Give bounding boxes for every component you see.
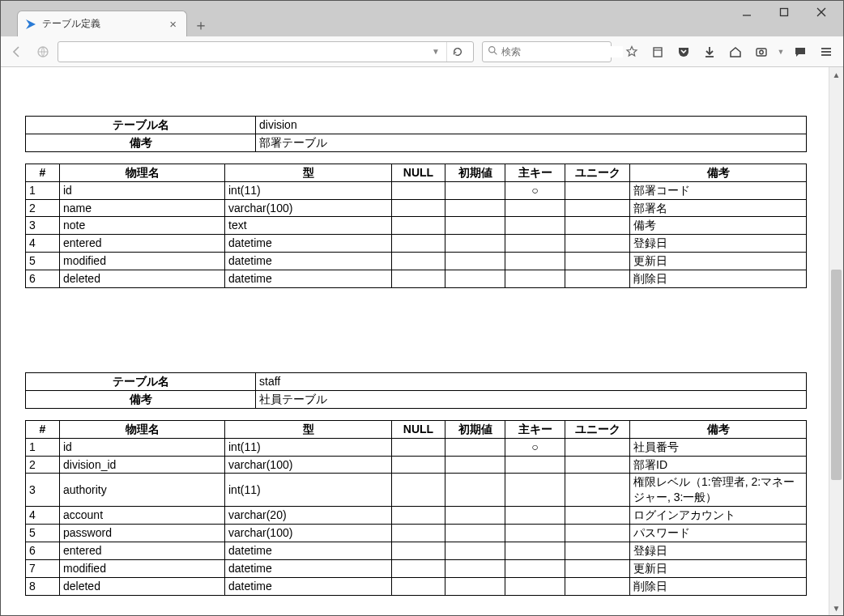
col-header-phys: 物理名 bbox=[60, 420, 225, 438]
label-table-name: テーブル名 bbox=[26, 373, 256, 391]
cell-note: 部署名 bbox=[630, 199, 807, 217]
cell-pk: ○ bbox=[505, 181, 565, 199]
col-header-note: 備考 bbox=[630, 420, 807, 438]
url-bar[interactable]: ▼ bbox=[58, 41, 474, 62]
menu-icon[interactable] bbox=[814, 40, 838, 63]
cell-null bbox=[392, 253, 445, 270]
cell-uniq bbox=[565, 507, 630, 525]
titlebar: テーブル定義 × ＋ bbox=[1, 1, 843, 36]
cell-def bbox=[445, 525, 505, 542]
library-icon[interactable] bbox=[646, 40, 670, 63]
search-input[interactable] bbox=[501, 46, 623, 57]
table-row: 6deleteddatetime削除日 bbox=[26, 270, 807, 288]
table-header: テーブル名staff備考社員テーブル bbox=[25, 372, 807, 409]
cell-n: 3 bbox=[26, 217, 60, 235]
cell-pk bbox=[505, 199, 565, 217]
cell-pk bbox=[505, 253, 565, 270]
cell-pk bbox=[505, 507, 565, 525]
table-row: 5modifieddatetime更新日 bbox=[26, 253, 807, 270]
table-row: 5passwordvarchar(100)パスワード bbox=[26, 525, 807, 542]
table-row: 4accountvarchar(20)ログインアカウント bbox=[26, 507, 807, 525]
cell-null bbox=[392, 542, 445, 560]
svg-point-12 bbox=[760, 50, 763, 53]
new-tab-button[interactable]: ＋ bbox=[194, 15, 208, 35]
cell-phys: id bbox=[60, 181, 225, 199]
cell-null bbox=[392, 181, 445, 199]
cell-note: 削除日 bbox=[630, 270, 807, 288]
cell-note: 部署ID bbox=[630, 456, 807, 474]
col-header-def: 初期値 bbox=[445, 164, 505, 181]
vertical-scrollbar[interactable]: ▲ ▼ bbox=[829, 67, 843, 615]
cell-note: ログインアカウント bbox=[630, 507, 807, 525]
chat-icon[interactable] bbox=[788, 40, 812, 63]
url-dropdown-icon[interactable]: ▼ bbox=[428, 47, 443, 56]
cell-type: datetime bbox=[225, 270, 392, 288]
cell-null bbox=[392, 235, 445, 253]
tab-close-icon[interactable]: × bbox=[166, 17, 180, 31]
downloads-icon[interactable] bbox=[697, 40, 722, 63]
cell-null bbox=[392, 474, 445, 507]
cell-n: 6 bbox=[26, 542, 60, 560]
label-remarks: 備考 bbox=[26, 390, 256, 408]
cell-null bbox=[392, 217, 445, 235]
maximize-button[interactable] bbox=[765, 1, 803, 23]
col-header-phys: 物理名 bbox=[60, 164, 225, 181]
col-header-pk: 主キー bbox=[505, 164, 565, 181]
cell-phys: authority bbox=[60, 474, 225, 507]
cell-note: 更新日 bbox=[630, 253, 807, 270]
screenshot-dropdown-icon[interactable]: ▼ bbox=[775, 40, 786, 63]
cell-type: datetime bbox=[225, 577, 392, 595]
cell-phys: modified bbox=[60, 559, 225, 577]
toolbar: ▼ bbox=[620, 40, 838, 63]
cell-type: varchar(100) bbox=[225, 199, 392, 217]
svg-rect-8 bbox=[654, 48, 662, 57]
cell-note: パスワード bbox=[630, 525, 807, 542]
cell-pk bbox=[505, 559, 565, 577]
col-header-note: 備考 bbox=[630, 164, 807, 181]
table-row: 8deleteddatetime削除日 bbox=[26, 577, 807, 595]
cell-type: datetime bbox=[225, 542, 392, 560]
minimize-button[interactable] bbox=[728, 1, 765, 23]
col-header-null: NULL bbox=[392, 164, 445, 181]
home-icon[interactable] bbox=[723, 40, 748, 63]
cell-pk bbox=[505, 235, 565, 253]
browser-tab[interactable]: テーブル定義 × bbox=[17, 11, 187, 36]
cell-uniq bbox=[565, 270, 630, 288]
table-row: 1idint(11)○社員番号 bbox=[26, 438, 807, 456]
cell-def bbox=[445, 438, 505, 456]
cell-phys: entered bbox=[60, 235, 225, 253]
columns-table: #物理名型NULL初期値主キーユニーク備考1idint(11)○社員番号2div… bbox=[25, 420, 807, 596]
navbar: ▼ bbox=[1, 36, 843, 67]
reload-button[interactable] bbox=[446, 42, 468, 62]
cell-phys: modified bbox=[60, 253, 225, 270]
page-favicon bbox=[24, 18, 37, 31]
search-icon bbox=[488, 45, 498, 58]
close-button[interactable] bbox=[803, 1, 840, 23]
cell-phys: name bbox=[60, 199, 225, 217]
cell-null bbox=[392, 525, 445, 542]
screenshot-icon[interactable] bbox=[749, 40, 774, 63]
col-header-uniq: ユニーク bbox=[565, 164, 630, 181]
pocket-icon[interactable] bbox=[671, 40, 696, 63]
scroll-thumb[interactable] bbox=[831, 270, 842, 480]
scroll-down-icon[interactable]: ▼ bbox=[829, 601, 843, 615]
back-button[interactable] bbox=[6, 40, 28, 63]
bookmark-star-icon[interactable] bbox=[620, 40, 644, 63]
col-header-type: 型 bbox=[225, 420, 392, 438]
cell-n: 2 bbox=[26, 456, 60, 474]
cell-phys: entered bbox=[60, 542, 225, 560]
cell-null bbox=[392, 270, 445, 288]
col-header-pk: 主キー bbox=[505, 420, 565, 438]
cell-pk bbox=[505, 456, 565, 474]
cell-uniq bbox=[565, 181, 630, 199]
url-input[interactable] bbox=[63, 45, 428, 57]
table-row: 4entereddatetime登録日 bbox=[26, 235, 807, 253]
globe-icon[interactable] bbox=[32, 40, 54, 63]
col-header-uniq: ユニーク bbox=[565, 420, 630, 438]
tab-title: テーブル定義 bbox=[42, 17, 166, 31]
scroll-up-icon[interactable]: ▲ bbox=[829, 67, 843, 82]
search-bar[interactable] bbox=[482, 41, 612, 62]
col-header-def: 初期値 bbox=[445, 420, 505, 438]
cell-uniq bbox=[565, 253, 630, 270]
cell-note: 権限レベル（1:管理者, 2:マネージャー, 3:一般） bbox=[630, 474, 807, 507]
